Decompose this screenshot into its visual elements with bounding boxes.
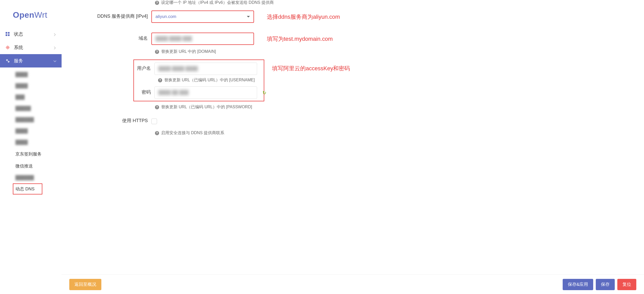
svg-point-5 xyxy=(6,60,7,61)
password-hint-text: 替换更新 URL（已编码 URL）中的 [PASSWORD] xyxy=(161,104,252,110)
brand-logo: OpenWrt xyxy=(0,5,62,27)
nav-services-label: 服务 xyxy=(14,58,53,64)
sub-item-jd[interactable]: 京东签到服务 xyxy=(13,148,62,160)
sub-item-blurred[interactable]: ████ xyxy=(13,137,62,148)
footer-bar: 返回至概况 保存&应用 保存 复位 xyxy=(62,275,644,294)
sub-item-blurred[interactable]: ██████ xyxy=(13,172,62,183)
nav-system[interactable]: 系统 xyxy=(0,41,62,54)
brand-part1: Open xyxy=(13,10,34,19)
sub-item-blurred[interactable]: ████ xyxy=(13,80,62,92)
domain-row: 域名 ████ ████ ███ 填写为test.mydomain.com xyxy=(69,33,387,45)
sub-item-blurred[interactable]: ███ xyxy=(13,92,62,103)
https-label: 使用 HTTPS xyxy=(69,115,151,126)
provider-label: DDNS 服务提供商 [IPv4] xyxy=(69,11,151,22)
nav-services-submenu: ████ ████ ███ █████ ██████ ████ ████ 京东签… xyxy=(0,67,62,196)
sub-item-blurred[interactable]: ████ xyxy=(13,69,62,80)
reset-button[interactable]: 复位 xyxy=(617,279,636,290)
username-value: ████ ████ ████ xyxy=(158,66,198,71)
ip-hint-row: ? 设定哪一个 IP 地址（IPv4 或 IPv6）会被发送给 DDNS 提供商 xyxy=(69,0,387,11)
dashboard-icon xyxy=(5,32,10,37)
sub-item-wechat[interactable]: 微信推送 xyxy=(13,160,62,172)
sidebar: OpenWrt 状态 系统 服务 xyxy=(0,0,62,294)
provider-annotation: 选择ddns服务商为aliyun.com xyxy=(267,13,340,21)
svg-point-6 xyxy=(8,61,9,62)
domain-annotation: 填写为test.mydomain.com xyxy=(267,35,333,43)
nav-system-label: 系统 xyxy=(14,44,53,51)
username-label: 用户名 xyxy=(136,63,154,74)
domain-value: ████ ████ ███ xyxy=(155,36,192,41)
domain-label: 域名 xyxy=(69,33,151,44)
provider-value: aliyun.com xyxy=(155,14,176,19)
https-checkbox[interactable] xyxy=(151,119,157,124)
help-icon: ? xyxy=(155,131,159,135)
password-hint-row: ? 替换更新 URL（已编码 URL）中的 [PASSWORD] xyxy=(69,102,387,115)
https-row: 使用 HTTPS xyxy=(69,115,387,126)
svg-point-4 xyxy=(7,47,8,48)
back-button[interactable]: 返回至概况 xyxy=(69,279,101,290)
username-hint-text: 替换更新 URL（已编码 URL）中的 [USERNAME] xyxy=(164,77,255,83)
svg-rect-1 xyxy=(8,32,9,34)
sub-item-blurred[interactable]: ██████ xyxy=(13,114,62,125)
password-value: ████ ██ ███ xyxy=(158,90,189,95)
https-hint-row: ? 启用安全连接与 DDNS 提供商联系 xyxy=(69,128,387,141)
svg-rect-0 xyxy=(6,32,7,34)
sub-item-blurred[interactable]: ████ xyxy=(13,125,62,137)
nav-services[interactable]: 服务 xyxy=(0,54,62,67)
nav-status[interactable]: 状态 xyxy=(0,27,62,41)
domain-hint-row: ? 替换更新 URL 中的 [DOMAIN] xyxy=(69,47,387,60)
caret-down-icon xyxy=(247,16,250,17)
https-hint-text: 启用安全连接与 DDNS 提供商联系 xyxy=(161,130,224,136)
help-icon: ? xyxy=(158,78,162,82)
domain-hint-text: 替换更新 URL 中的 [DOMAIN] xyxy=(161,49,216,54)
help-icon: ? xyxy=(155,105,159,109)
svg-rect-2 xyxy=(6,34,7,36)
sub-item-ddns[interactable]: 动态 DNS xyxy=(13,183,42,194)
ip-hint-text: 设定哪一个 IP 地址（IPv4 或 IPv6）会被发送给 DDNS 提供商 xyxy=(161,0,274,5)
gear-icon xyxy=(5,45,10,50)
save-button[interactable]: 保存 xyxy=(596,279,615,290)
brand-part2: Wrt xyxy=(34,10,47,19)
username-input[interactable]: ████ ████ ████ xyxy=(154,63,257,75)
chevron-right-icon xyxy=(53,46,56,49)
svg-rect-3 xyxy=(8,34,9,36)
help-icon: ? xyxy=(155,1,159,5)
password-label: 密码 xyxy=(136,86,154,98)
help-icon: ? xyxy=(155,50,159,54)
chevron-right-icon xyxy=(53,33,56,36)
chevron-down-icon xyxy=(53,59,56,62)
password-input[interactable]: ████ ██ ███ xyxy=(154,86,257,99)
main-content: ? 设定哪一个 IP 地址（IPv4 或 IPv6）会被发送给 DDNS 提供商… xyxy=(62,0,395,294)
domain-input[interactable]: ████ ████ ███ xyxy=(151,33,254,45)
provider-select[interactable]: aliyun.com xyxy=(151,11,254,23)
refresh-icon[interactable]: ↻ xyxy=(262,90,266,96)
gears-icon xyxy=(5,58,10,63)
provider-row: DDNS 服务提供商 [IPv4] aliyun.com 选择ddns服务商为a… xyxy=(69,11,387,23)
save-apply-button[interactable]: 保存&应用 xyxy=(563,279,593,290)
sub-item-blurred[interactable]: █████ xyxy=(13,103,62,114)
credentials-group: 用户名 ████ ████ ████ ? 替换更新 URL（已编码 URL）中的… xyxy=(133,60,264,101)
credentials-annotation: 填写阿里云的accessKey和密码 xyxy=(272,65,350,72)
nav-status-label: 状态 xyxy=(14,31,53,37)
